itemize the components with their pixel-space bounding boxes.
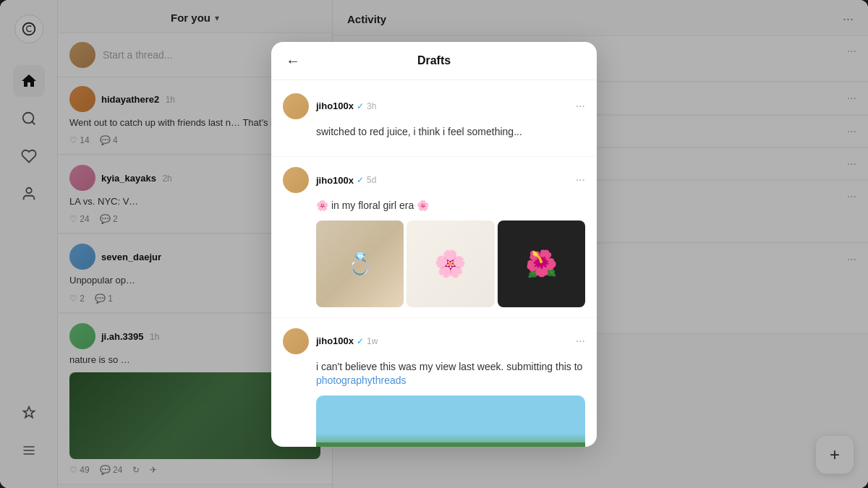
draft-username-row: jiho100x ✓ 1w [316, 335, 569, 346]
draft-images [316, 221, 585, 307]
draft-image-flower [407, 221, 494, 307]
verified-icon: ✓ [357, 175, 364, 185]
drafts-list: jiho100x ✓ 3h ··· switched to red juice,… [271, 80, 597, 447]
draft-username-row: jiho100x ✓ 3h [316, 100, 569, 111]
draft-avatar [283, 328, 309, 354]
verified-icon: ✓ [357, 336, 364, 346]
draft-item-header: jiho100x ✓ 5d ··· [283, 167, 585, 193]
draft-text: switched to red juice, i think i feel so… [316, 125, 585, 140]
draft-link[interactable]: photographythreads [316, 374, 407, 386]
draft-item-2: jiho100x ✓ 5d ··· 🌸 in my floral girl er… [271, 157, 597, 318]
draft-more-btn[interactable]: ··· [576, 174, 585, 187]
drafts-modal: ← Drafts jiho100x ✓ 3h [271, 42, 597, 447]
draft-more-btn[interactable]: ··· [576, 100, 585, 113]
draft-avatar [283, 167, 309, 193]
draft-time: 1w [367, 336, 378, 346]
draft-username: jiho100x [316, 335, 354, 346]
draft-more-btn[interactable]: ··· [576, 335, 585, 348]
drafts-header: ← Drafts [271, 42, 597, 80]
draft-item-3: jiho100x ✓ 1w ··· i can't believe this w… [271, 318, 597, 447]
draft-item-header: jiho100x ✓ 3h ··· [283, 93, 585, 119]
verified-icon: ✓ [357, 101, 364, 111]
draft-username: jiho100x [316, 100, 354, 111]
draft-image-balloon [498, 221, 585, 307]
draft-image-ring [316, 221, 404, 307]
app-container: For you ▾ Start a thread... Post hidayat… [0, 0, 868, 488]
drafts-back-button[interactable]: ← [286, 53, 300, 68]
draft-text: i can't believe this was my view last we… [316, 360, 585, 388]
draft-landscape-image [316, 395, 585, 447]
draft-text: 🌸 in my floral girl era 🌸 [316, 199, 585, 213]
modal-overlay[interactable]: ← Drafts jiho100x ✓ 3h [0, 0, 868, 488]
draft-item-header: jiho100x ✓ 1w ··· [283, 328, 585, 354]
draft-time: 5d [367, 175, 376, 185]
draft-item-1: jiho100x ✓ 3h ··· switched to red juice,… [271, 83, 597, 158]
drafts-title: Drafts [417, 54, 451, 67]
draft-avatar [283, 93, 309, 119]
draft-username: jiho100x [316, 175, 354, 186]
draft-time: 3h [367, 101, 376, 111]
draft-username-row: jiho100x ✓ 5d [316, 175, 569, 186]
